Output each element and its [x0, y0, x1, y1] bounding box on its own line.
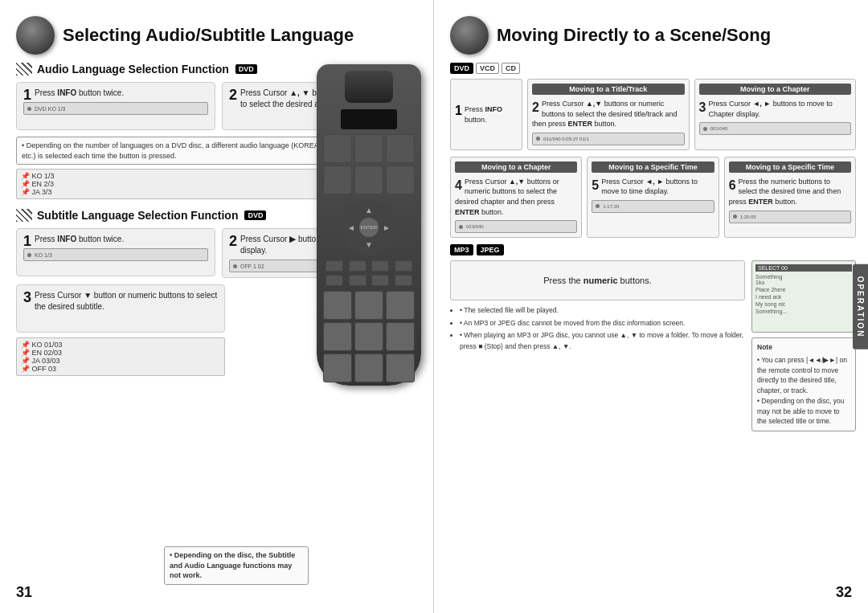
left-disc-icon [16, 16, 55, 55]
mp3-left: Press the numeric buttons. • The selecte… [450, 260, 745, 431]
remote-small-btn-6[interactable] [349, 275, 366, 286]
step1-panel: 1 Press INFO button. [450, 79, 522, 150]
mp3-screen-row-5: Something... [755, 309, 852, 314]
subtitle-display-off: OFF 1 02 [240, 264, 264, 269]
remote-btn-5[interactable] [354, 166, 383, 194]
step6-body: 6 Press the numeric buttons to select th… [729, 177, 851, 207]
step1-num: 1 [455, 104, 462, 118]
remote-num-5[interactable] [354, 322, 383, 351]
bottom-note-container: • Depending on the disc, the Subtitle an… [164, 541, 309, 585]
sim-dot-2 [27, 253, 31, 257]
mp3-screen-row-4: My song nic [755, 301, 852, 307]
remote-num-2[interactable] [354, 291, 383, 320]
remote-small-row-1 [323, 260, 415, 272]
remote-small-btn-1[interactable] [326, 260, 343, 272]
right-page: Moving Directly to a Scene/Song DVD VCD … [434, 0, 868, 613]
mp3-header: MP3 JPEG [450, 244, 856, 255]
nav-up-icon[interactable]: ▲ [365, 206, 373, 215]
subtitle-lang-en: 📌 EN 02/03 [21, 349, 220, 357]
step2-body: 2 Press Cursor ▲,▼ buttons or numeric bu… [532, 99, 685, 129]
operation-tab: OPERATION [853, 264, 868, 349]
audio-bullet-icon [16, 63, 32, 76]
remote-small-btn-4[interactable] [395, 260, 412, 272]
remote-btn-6[interactable] [386, 166, 415, 194]
remote-small-btn-3[interactable] [371, 260, 389, 272]
remote-small-btn-8[interactable] [395, 275, 412, 286]
specific-time-step5-col: Moving to a Specific Time 5 Press Cursor… [587, 157, 719, 238]
mp3-content: Press the numeric buttons. • The selecte… [450, 260, 856, 431]
nav-down-icon[interactable]: ▼ [365, 240, 373, 249]
remote-num-3[interactable] [386, 291, 415, 320]
chapter-column: Moving to a Chapter 3 Press Cursor ◄, ► … [694, 79, 857, 150]
sim-dot-tt [536, 137, 540, 141]
nav-right-icon[interactable]: ► [383, 223, 391, 232]
page-number-left: 31 [16, 584, 32, 601]
subtitle-lang-ja: 📌 JA 03/03 [21, 357, 220, 365]
mp3-screen-row-1: Something 1ku [755, 274, 852, 285]
remote-btn-3[interactable] [386, 134, 415, 163]
subtitle-step1-box: 1 Press INFO button twice. KO 1/3 [16, 228, 215, 276]
mp3-badge: MP3 [450, 244, 473, 255]
specific-time-step6-display: 1:20:05 [729, 210, 851, 223]
mp3-bullets: • The selected file will be played. • An… [450, 305, 745, 352]
right-disc-icon [450, 16, 489, 55]
step5-num: 5 [592, 177, 599, 194]
chapter-display: 001/040 [699, 122, 852, 135]
remote-small-btn-2[interactable] [349, 260, 366, 272]
remote-btn-2[interactable] [354, 134, 383, 163]
remote-num-9[interactable] [386, 353, 415, 382]
step1-text: Press INFO button. [465, 105, 502, 125]
step1-content: 1 Press INFO button. [455, 104, 518, 125]
remote-btn-1[interactable] [323, 134, 352, 163]
remote-num-4[interactable] [323, 322, 352, 351]
remote-num-7[interactable] [323, 353, 352, 382]
right-note-item-2: • Depending on the disc, you may not be … [757, 396, 850, 427]
mp3-row-label-3: I need ack [755, 294, 792, 300]
mp3-row-label-4: My song nic [755, 301, 792, 307]
nav-left-icon[interactable]: ◄ [347, 223, 355, 232]
audio-dvd-badge: DVD [235, 64, 257, 74]
remote-buttons-grid [323, 134, 415, 194]
specific-time-step6-text: 1:20:05 [740, 215, 756, 219]
disc-badges: DVD VCD CD [450, 63, 856, 74]
title-track-display: 031/040 0:05:27 01/1 [532, 133, 685, 145]
remote-num-6[interactable] [386, 322, 415, 351]
remote-small-btn-7[interactable] [371, 275, 389, 286]
remote-nav: ▲ ▼ ◄ ► ENTER [341, 199, 397, 255]
right-section-header: Moving Directly to a Scene/Song [450, 16, 856, 55]
chapter-step4-header: Moving to a Chapter [455, 161, 577, 173]
right-note-box: Note • You can press |◄◄/▶►| on the remo… [751, 337, 856, 431]
subtitle-lang-ko: 📌 KO 01/03 [21, 341, 220, 349]
step4-body: 4 Press Cursor ▲,▼ buttons or numeric bu… [455, 177, 577, 217]
sim-dot-ch [703, 127, 707, 131]
remote-enter-button[interactable]: ENTER [359, 218, 379, 237]
cd-badge: CD [502, 63, 520, 74]
sim-dot-sp6 [733, 215, 737, 219]
step2-num: 2 [532, 99, 539, 116]
remote-btn-4[interactable] [323, 166, 352, 194]
subtitle-step3-text: Press Cursor ▼ button or numeric buttons… [23, 290, 218, 313]
title-track-column: Moving to a Title/Track 2 Press Cursor ▲… [527, 79, 690, 150]
audio-step1-display: DVD KO 1/3 [23, 102, 208, 115]
remote-num-8[interactable] [354, 353, 383, 382]
mp3-screen: SELECT 00 Something 1ku Place 2here I ne… [751, 260, 856, 333]
vcd-badge: VCD [476, 63, 499, 74]
remote-container: ▲ ▼ ◄ ► ENTER [317, 64, 429, 386]
subtitle-display-ko: KO 1/3 [35, 252, 52, 258]
subtitle-lang-off: 📌 OFF 03 [21, 365, 220, 373]
mp3-bullet-2: • An MP3 or JPEG disc cannot be moved fr… [460, 318, 745, 329]
title-track-header: Moving to a Title/Track [532, 84, 685, 95]
mp3-right: SELECT 00 Something 1ku Place 2here I ne… [751, 260, 856, 431]
left-page: Selecting Audio/Subtitle Language Audio … [0, 0, 434, 613]
step5-body: 5 Press Cursor ◄, ► buttons to move to t… [592, 177, 714, 197]
chapter-step4-display-text: 023/040 [466, 224, 484, 229]
left-page-title: Selecting Audio/Subtitle Language [63, 25, 354, 46]
audio-step1-num: 1 [23, 88, 31, 102]
remote-num-1[interactable] [323, 291, 352, 320]
remote-small-btn-5[interactable] [326, 275, 343, 286]
subtitle-dvd-badge: DVD [244, 210, 266, 220]
mp3-press-text: Press the numeric buttons. [543, 276, 652, 285]
subtitle-step1-num: 1 [23, 234, 31, 248]
step3-body: 3 Press Cursor ◄, ► buttons to move to C… [699, 99, 852, 119]
right-page-title: Moving Directly to a Scene/Song [497, 25, 771, 46]
